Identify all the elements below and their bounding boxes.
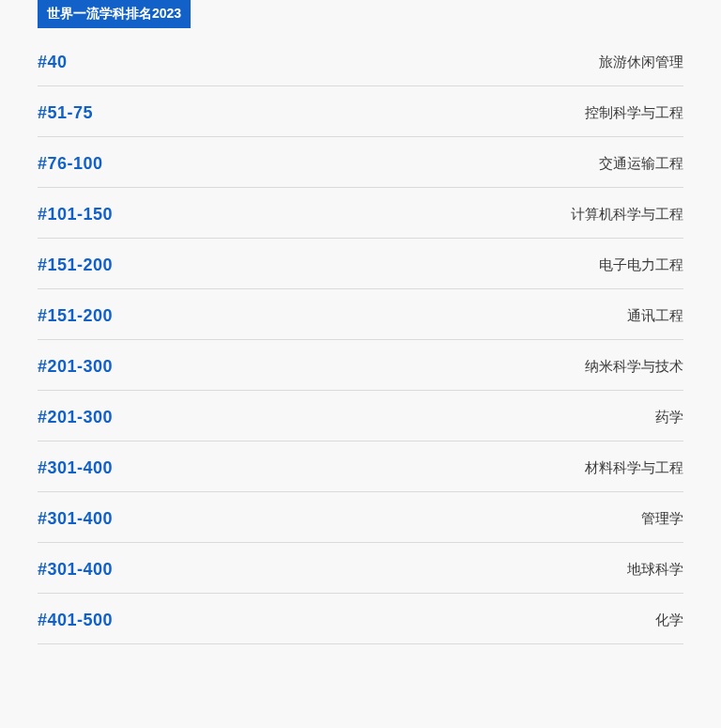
subject-name: 计算机科学与工程 bbox=[571, 206, 683, 224]
rank-number: #301-400 bbox=[38, 458, 113, 478]
ranking-row[interactable]: #151-200 通讯工程 bbox=[38, 289, 683, 340]
ranking-row[interactable]: #301-400 材料科学与工程 bbox=[38, 441, 683, 492]
ranking-row[interactable]: #40 旅游休闲管理 bbox=[38, 36, 683, 86]
subject-name: 材料科学与工程 bbox=[585, 459, 683, 477]
rank-number: #51-75 bbox=[38, 103, 93, 123]
rank-number: #40 bbox=[38, 53, 68, 72]
ranking-row[interactable]: #76-100 交通运输工程 bbox=[38, 137, 683, 188]
subject-name: 药学 bbox=[655, 409, 683, 426]
ranking-row[interactable]: #201-300 药学 bbox=[38, 391, 683, 441]
rank-number: #101-150 bbox=[38, 205, 113, 225]
subject-name: 地球科学 bbox=[627, 561, 683, 579]
ranking-row[interactable]: #401-500 化学 bbox=[38, 594, 683, 644]
ranking-row[interactable]: #51-75 控制科学与工程 bbox=[38, 86, 683, 137]
rank-number: #301-400 bbox=[38, 560, 113, 580]
subject-name: 旅游休闲管理 bbox=[599, 54, 683, 71]
rank-number: #201-300 bbox=[38, 357, 113, 377]
subject-name: 化学 bbox=[655, 612, 683, 629]
rank-number: #301-400 bbox=[38, 509, 113, 529]
rank-number: #151-200 bbox=[38, 256, 113, 275]
rank-number: #201-300 bbox=[38, 408, 113, 427]
subject-name: 通讯工程 bbox=[627, 307, 683, 325]
rank-number: #401-500 bbox=[38, 611, 113, 630]
ranking-row[interactable]: #301-400 地球科学 bbox=[38, 543, 683, 594]
ranking-title-badge: 世界一流学科排名2023 bbox=[38, 0, 191, 28]
subject-name: 交通运输工程 bbox=[599, 155, 683, 173]
rank-number: #76-100 bbox=[38, 154, 103, 174]
subject-name: 控制科学与工程 bbox=[585, 104, 683, 122]
ranking-row[interactable]: #201-300 纳米科学与技术 bbox=[38, 340, 683, 391]
rankings-list: #40 旅游休闲管理 #51-75 控制科学与工程 #76-100 交通运输工程… bbox=[38, 36, 683, 644]
ranking-row[interactable]: #101-150 计算机科学与工程 bbox=[38, 188, 683, 239]
ranking-row[interactable]: #301-400 管理学 bbox=[38, 492, 683, 543]
rank-number: #151-200 bbox=[38, 306, 113, 326]
subject-name: 纳米科学与技术 bbox=[585, 358, 683, 376]
ranking-row[interactable]: #151-200 电子电力工程 bbox=[38, 239, 683, 289]
subject-name: 电子电力工程 bbox=[599, 256, 683, 274]
subject-name: 管理学 bbox=[641, 510, 683, 528]
